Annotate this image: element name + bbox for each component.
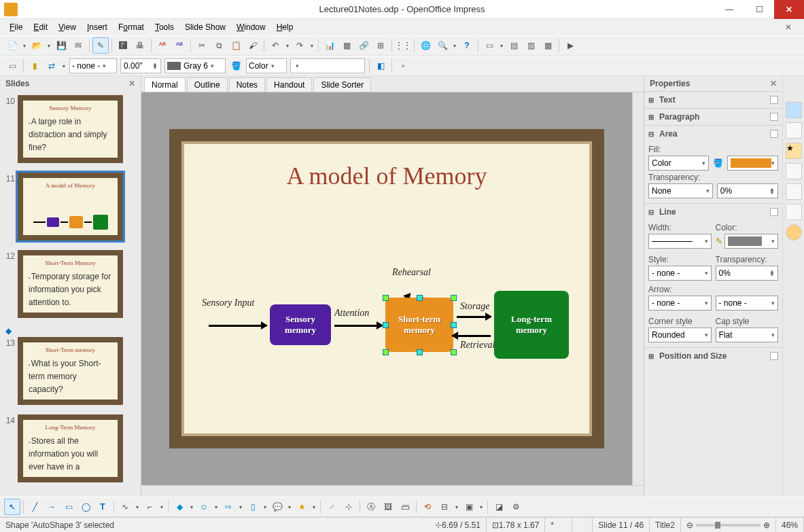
dropdown-icon[interactable]: ▾ — [188, 499, 195, 515]
expand-icon[interactable]: ⊞ — [648, 113, 657, 121]
spellcheck-icon[interactable]: ᴬᴮ — [154, 37, 171, 54]
navigator-icon[interactable]: ⊞ — [372, 37, 389, 54]
slide-canvas-viewport[interactable]: A model of Memory Sensory Input Sensory … — [141, 92, 632, 485]
master-pages-tab-icon[interactable] — [786, 122, 802, 139]
menu-edit[interactable]: Edit — [28, 20, 53, 34]
find-icon[interactable]: 🔍 — [434, 37, 451, 54]
shadow-icon[interactable]: ◧ — [372, 58, 389, 74]
line-color-select[interactable]: Gray 6▾ — [164, 58, 226, 73]
email-icon[interactable]: ✉ — [70, 37, 86, 54]
redo-icon[interactable]: ↷ — [292, 37, 308, 54]
line-style-select[interactable]: - none -▾ — [69, 58, 117, 73]
dropdown-icon[interactable]: ▾ — [478, 499, 485, 515]
dropdown-icon[interactable]: ▾ — [237, 499, 244, 515]
dropdown-icon[interactable]: ▾ — [262, 499, 268, 515]
arrange-icon[interactable]: ▣ — [461, 499, 477, 515]
arrow-start-select[interactable]: - none -▾ — [648, 296, 712, 311]
autospell-icon[interactable]: ᴬᴮ — [171, 37, 188, 54]
slide-thumb[interactable]: 10 Sensory Memory• A large role in distr… — [3, 94, 138, 164]
section-area[interactable]: Area — [659, 129, 678, 139]
tab-handout[interactable]: Handout — [266, 77, 312, 92]
menu-format[interactable]: Format — [113, 20, 150, 34]
properties-tab-icon[interactable] — [786, 102, 802, 118]
interaction-icon[interactable]: ⚙ — [508, 499, 524, 515]
curve-tool-icon[interactable]: ∿ — [117, 499, 133, 515]
basic-shapes-icon[interactable]: ◆ — [171, 499, 188, 515]
arrow-select-icon[interactable]: ▭ — [4, 58, 20, 74]
dropdown-icon[interactable]: ▾ — [309, 37, 315, 54]
chart-icon[interactable]: 📊 — [321, 37, 338, 54]
dropdown-icon[interactable]: ▾ — [451, 37, 458, 54]
section-options-icon[interactable] — [770, 113, 778, 121]
arrow-tool-icon[interactable]: → — [43, 499, 60, 515]
slide-thumb[interactable]: 13 Short-Term memory• What is your Short… — [3, 336, 138, 406]
area-mode-select[interactable]: Color▾ — [246, 58, 287, 73]
fill-type-select[interactable]: Color▾ — [648, 156, 709, 171]
menu-tools[interactable]: Tools — [150, 20, 179, 34]
clone-format-icon[interactable]: 🖌 — [245, 37, 261, 54]
dropdown-icon[interactable]: ▾ — [453, 499, 460, 515]
slide-layout-icon[interactable]: ▤ — [506, 37, 522, 54]
connector-tool-icon[interactable]: ⌐ — [141, 499, 158, 515]
tab-normal[interactable]: Normal — [144, 77, 186, 92]
custom-animation-tab-icon[interactable]: ★ — [786, 143, 802, 159]
save-icon[interactable]: 💾 — [53, 37, 69, 54]
panel-close-icon[interactable]: ✕ — [128, 79, 135, 88]
slide-transition-tab-icon[interactable] — [786, 163, 802, 179]
section-text[interactable]: Text — [659, 95, 676, 105]
slide-icon[interactable]: ▭ — [481, 37, 497, 54]
pdf-export-icon[interactable]: 🅿 — [115, 37, 131, 54]
line-style-select[interactable]: - none -▾ — [648, 266, 712, 281]
open-icon[interactable]: 📂 — [29, 37, 45, 54]
fontwork-icon[interactable]: Ⓐ — [363, 499, 379, 515]
area-color-select[interactable]: ▾ — [290, 58, 365, 73]
dropdown-icon[interactable]: ▾ — [213, 499, 220, 515]
slide-thumb[interactable]: 12 Short-Term Memory• Temporary storage … — [3, 249, 138, 319]
gallery-icon[interactable]: 🗃 — [397, 499, 413, 515]
print-icon[interactable]: 🖶 — [132, 37, 148, 54]
toolbar-overflow-icon[interactable]: » — [395, 58, 411, 74]
tab-notes[interactable]: Notes — [229, 77, 265, 92]
dropdown-icon[interactable]: ▾ — [60, 58, 67, 74]
section-options-icon[interactable] — [770, 352, 778, 360]
zoom-icon[interactable]: 🌐 — [417, 37, 434, 54]
cap-style-select[interactable]: Flat▾ — [716, 327, 779, 342]
dropdown-icon[interactable]: ▾ — [284, 37, 291, 54]
symbol-shapes-icon[interactable]: ☺ — [196, 499, 212, 515]
glue-points-icon[interactable]: ⊹ — [340, 499, 357, 515]
corner-style-select[interactable]: Rounded▾ — [648, 327, 712, 342]
menu-insert[interactable]: Insert — [82, 20, 113, 34]
collapse-icon[interactable]: ⊟ — [648, 130, 657, 138]
expand-icon[interactable]: ⊞ — [648, 96, 657, 104]
tab-sorter[interactable]: Slide Sorter — [313, 77, 371, 92]
dropdown-icon[interactable]: ▾ — [134, 499, 141, 515]
styles-tab-icon[interactable] — [786, 183, 802, 200]
presentation-icon[interactable]: ▶ — [562, 37, 578, 54]
undo-icon[interactable]: ↶ — [267, 37, 283, 54]
dropdown-icon[interactable]: ▾ — [311, 499, 317, 515]
section-paragraph[interactable]: Paragraph — [659, 112, 699, 122]
menu-file[interactable]: File — [4, 20, 28, 34]
cut-icon[interactable]: ✂ — [194, 37, 210, 54]
text-tool-icon[interactable]: T — [94, 499, 111, 515]
vertical-scrollbar[interactable] — [632, 92, 644, 485]
menu-window[interactable]: Window — [231, 20, 271, 34]
from-file-icon[interactable]: 🖼 — [380, 499, 396, 515]
slide-canvas[interactable]: A model of Memory Sensory Input Sensory … — [169, 129, 604, 448]
box-shortterm-memory[interactable]: Short-term memory — [385, 298, 453, 352]
fill-bucket-icon[interactable]: 🪣 — [228, 58, 244, 74]
section-possize[interactable]: Position and Size — [659, 351, 727, 361]
slide-thumb[interactable]: 14 Long-Term Memory• Stores all the info… — [3, 413, 138, 484]
section-options-icon[interactable] — [770, 130, 778, 138]
rectangle-tool-icon[interactable]: ▭ — [60, 499, 77, 515]
points-edit-icon[interactable]: ⟋ — [324, 499, 340, 515]
rotate-icon[interactable]: ⟲ — [419, 499, 436, 515]
help-icon[interactable]: ? — [459, 37, 475, 54]
extrusion-icon[interactable]: ◪ — [491, 499, 507, 515]
collapse-icon[interactable]: ⊟ — [648, 209, 657, 216]
box-longterm-memory[interactable]: Long-term memory — [494, 291, 569, 359]
highlight-icon[interactable]: ▮ — [27, 58, 43, 74]
document-close-icon[interactable]: ✕ — [780, 20, 797, 34]
dropdown-icon[interactable]: ▾ — [498, 37, 505, 54]
line-transparency-spinner[interactable]: 0%▲▼ — [716, 266, 779, 281]
